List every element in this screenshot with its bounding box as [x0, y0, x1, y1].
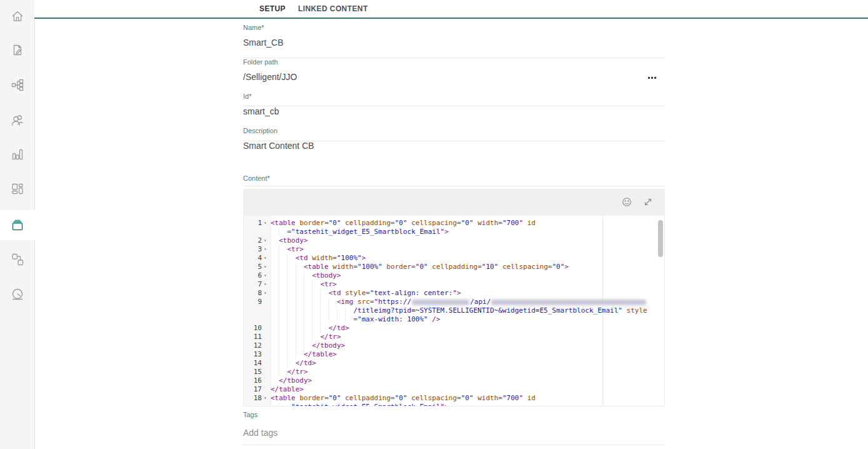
fold-toggle-icon[interactable]: ▾ [262, 254, 269, 263]
tags-input[interactable] [243, 428, 618, 438]
line-number: 3 [257, 245, 262, 254]
edit-document-icon [10, 43, 25, 58]
code-row: 10</td> [244, 324, 665, 333]
line-gutter: 16 [244, 376, 271, 385]
code-area[interactable]: 1▾<table border="0" cellpadding="0" cell… [243, 216, 665, 406]
emoji-icon[interactable] [621, 196, 634, 209]
line-number: 9 [257, 298, 262, 306]
id-label: Id* [243, 93, 665, 100]
code-row: 1▾<table border="0" cellpadding="0" cell… [244, 219, 665, 228]
line-gutter [244, 315, 271, 324]
code-text: <table border="0" cellpadding="0" cellsp… [271, 219, 536, 228]
line-gutter: 5▾ [244, 263, 271, 271]
fold-toggle-icon[interactable]: ▾ [262, 394, 269, 403]
code-text: <tbody> [271, 236, 308, 245]
code-row: 14</td> [244, 359, 665, 368]
name-field: Name* [243, 24, 665, 48]
id-field: Id* [243, 93, 665, 117]
line-gutter: 2▾ [244, 236, 271, 245]
code-row: 2▾<tbody> [244, 236, 665, 245]
folder-path-input[interactable] [243, 72, 618, 82]
name-label: Name* [243, 24, 665, 31]
line-number: 16 [254, 376, 262, 385]
id-input[interactable] [243, 106, 618, 116]
code-text: </tr> [271, 333, 341, 341]
code-text: <table width="100%" border="0" cellpaddi… [271, 263, 569, 271]
fold-toggle-icon[interactable]: ▾ [262, 236, 269, 245]
code-row: 11</tr> [244, 333, 665, 341]
sidebar-item-edit[interactable] [0, 35, 35, 65]
fold-toggle-icon[interactable]: ▾ [262, 245, 269, 254]
folder-path-label: Folder path [243, 58, 665, 66]
sidebar-item-content-blocks[interactable] [0, 210, 35, 240]
code-text: </td> [271, 359, 316, 368]
code-text: <td style="text-align: center:"> [271, 289, 461, 298]
line-gutter: 1▾ [244, 219, 271, 228]
code-row: /titleimg?tpid=~SYSTEM.SELLIGENTID~&widg… [244, 306, 665, 315]
content-field-label-row: Content* [243, 174, 665, 182]
fold-toggle-icon[interactable]: ▾ [262, 271, 269, 280]
content-editor: 1▾<table border="0" cellpadding="0" cell… [243, 189, 665, 406]
line-gutter: 17 [244, 385, 271, 394]
line-number: 2 [257, 236, 262, 245]
fold-toggle-icon[interactable]: ▾ [262, 219, 269, 228]
line-number: 7 [257, 280, 262, 289]
field-underline [243, 186, 665, 186]
expand-icon[interactable] [642, 196, 655, 209]
transfer-icon [10, 252, 25, 267]
sidebar [0, 0, 34, 449]
content-block-setup-page: SETUP LINKED CONTENT Name* Folder path I… [0, 0, 868, 449]
code-row: ="tastehit_widget_E5_Smartblock_Email"> [244, 228, 665, 236]
code-text: </tbody> [271, 376, 312, 385]
sidebar-item-home[interactable] [0, 1, 35, 31]
code-text: <tr> [271, 280, 337, 289]
sidebar-item-audiences[interactable] [0, 105, 35, 135]
code-text: </tbody> [271, 341, 345, 350]
code-text: </td> [271, 324, 349, 333]
line-number: 5 [257, 263, 262, 271]
description-input[interactable] [243, 141, 618, 151]
line-number: 1 [257, 219, 262, 228]
code-text: <img src="https:///api/ [271, 298, 647, 306]
redacted-text [491, 300, 646, 305]
code-row: 16</tbody> [244, 376, 665, 385]
bar-chart-icon [10, 147, 25, 162]
folder-browse-button[interactable] [647, 76, 657, 80]
line-number: 6 [257, 271, 262, 280]
line-gutter: 13 [244, 350, 271, 359]
code-row: 8▾<td style="text-align: center:"> [244, 289, 665, 298]
line-gutter: 4▾ [244, 254, 271, 263]
line-gutter [244, 403, 271, 406]
code-text: <table border="0" cellpadding="0" cellsp… [271, 394, 536, 403]
sidebar-item-flows[interactable] [0, 70, 35, 100]
description-field: Description [243, 127, 665, 151]
home-icon [10, 9, 25, 24]
fold-toggle-icon[interactable]: ▾ [262, 280, 269, 289]
editor-scrollbar[interactable] [658, 220, 663, 257]
line-number: 17 [254, 385, 262, 394]
line-number: 10 [254, 324, 262, 333]
line-gutter: 7▾ [244, 280, 271, 289]
code-lines: 1▾<table border="0" cellpadding="0" cell… [244, 219, 665, 406]
code-row: 12</tbody> [244, 341, 665, 350]
sidebar-item-dashboards[interactable] [0, 174, 35, 204]
fold-toggle-icon[interactable]: ▾ [262, 263, 269, 271]
sidebar-item-monitoring[interactable] [0, 279, 35, 309]
code-row: 3▾<tr> [244, 245, 665, 254]
name-input[interactable] [243, 38, 618, 48]
line-gutter: 6▾ [244, 271, 271, 280]
code-text: <td width="100%"> [271, 254, 366, 263]
content-label: Content* [243, 174, 665, 182]
sidebar-item-reports[interactable] [0, 139, 35, 169]
sidebar-item-transfer[interactable] [0, 245, 35, 275]
line-gutter: 14 [244, 359, 271, 368]
code-row: 17</table> [244, 385, 665, 394]
line-number: 18 [254, 394, 262, 403]
code-row: 7▾<tr> [244, 280, 665, 289]
fold-toggle-icon[interactable]: ▾ [262, 289, 269, 298]
tab-setup[interactable]: SETUP [259, 4, 286, 13]
tab-linked-content[interactable]: LINKED CONTENT [298, 4, 368, 13]
line-gutter: 8▾ [244, 289, 271, 298]
code-row: 4▾<td width="100%"> [244, 254, 665, 263]
dashboard-icon [10, 181, 25, 196]
